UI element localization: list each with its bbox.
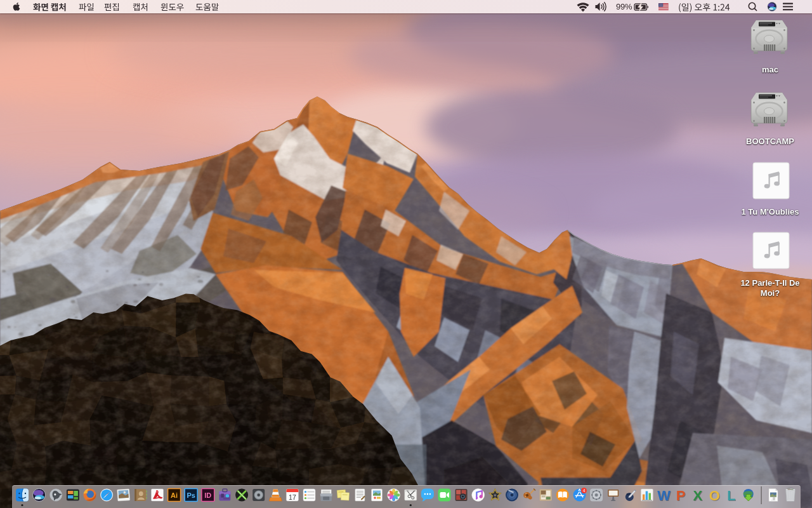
svg-text:ID: ID — [204, 491, 211, 499]
svg-text:Ai: Ai — [171, 491, 178, 499]
svg-text:O: O — [709, 488, 720, 504]
svg-text:Ps: Ps — [187, 491, 195, 499]
svg-text:L: L — [727, 488, 735, 504]
svg-text:X: X — [693, 488, 702, 504]
svg-text:P: P — [676, 488, 686, 504]
svg-text:17: 17 — [289, 493, 296, 501]
svg-text:W: W — [657, 488, 671, 504]
svg-text:4: 4 — [583, 488, 586, 493]
svg-text:JPEG: JPEG — [771, 499, 775, 501]
